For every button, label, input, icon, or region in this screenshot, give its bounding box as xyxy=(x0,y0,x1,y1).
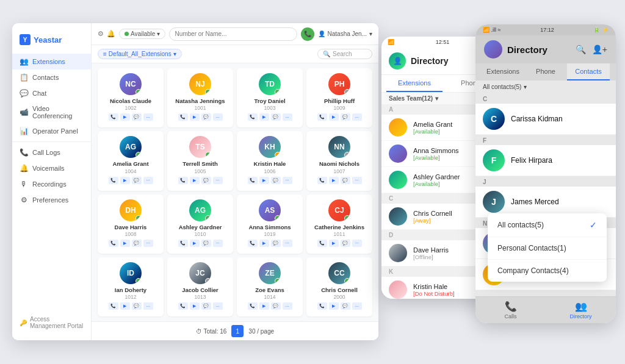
chat-action[interactable]: 💬 xyxy=(132,177,142,184)
filter-badge[interactable]: ≡ Default_All_Extensions ▾ xyxy=(98,49,182,59)
chat-action[interactable]: 💬 xyxy=(201,240,211,247)
page-button[interactable]: 1 xyxy=(231,325,244,337)
chat-action[interactable]: 💬 xyxy=(132,113,142,121)
video-action[interactable]: ▶ xyxy=(120,177,130,184)
video-action[interactable]: ▶ xyxy=(190,302,200,310)
chat-action[interactable]: 💬 xyxy=(271,240,281,247)
more-action[interactable]: ··· xyxy=(283,302,292,310)
more-action[interactable]: ··· xyxy=(213,302,223,310)
chat-action[interactable]: 💬 xyxy=(201,177,211,184)
video-action[interactable]: ▶ xyxy=(259,240,269,247)
chat-action[interactable]: 💬 xyxy=(341,113,350,121)
notification-icon[interactable]: 🔔 xyxy=(107,30,115,38)
call-action[interactable]: 📞 xyxy=(178,177,188,184)
more-action[interactable]: ··· xyxy=(143,240,153,247)
add-contact-icon[interactable]: 👤+ xyxy=(592,45,607,54)
more-action[interactable]: ··· xyxy=(143,113,153,121)
video-action[interactable]: ▶ xyxy=(329,177,339,184)
chat-action[interactable]: 💬 xyxy=(271,113,281,121)
more-action[interactable]: ··· xyxy=(352,240,362,247)
more-action[interactable]: ··· xyxy=(352,113,362,121)
call-button[interactable]: 📞 xyxy=(301,27,314,41)
more-action[interactable]: ··· xyxy=(352,177,362,184)
phone2-tab-phone[interactable]: Phone xyxy=(524,63,567,80)
sidebar-item-extensions[interactable]: 👥 Extensions xyxy=(12,54,91,70)
video-action[interactable]: ▶ xyxy=(190,177,200,184)
phone2-nav-directory[interactable]: 👥 Directory xyxy=(546,301,616,319)
chat-action[interactable]: 💬 xyxy=(341,177,350,184)
call-action[interactable]: 📞 xyxy=(109,302,118,310)
chat-action[interactable]: 💬 xyxy=(201,113,211,121)
call-action[interactable]: 📞 xyxy=(178,302,188,310)
call-action[interactable]: 📞 xyxy=(317,302,327,310)
chat-action[interactable]: 💬 xyxy=(341,302,350,310)
call-action[interactable]: 📞 xyxy=(178,113,188,121)
call-action[interactable]: 📞 xyxy=(317,177,327,184)
chat-action[interactable]: 💬 xyxy=(341,240,350,247)
video-action[interactable]: ▶ xyxy=(190,240,200,247)
phone2-avatar xyxy=(484,40,502,59)
more-action[interactable]: ··· xyxy=(283,113,292,121)
chat-action[interactable]: 💬 xyxy=(271,302,281,310)
status-badge[interactable]: Available ▾ xyxy=(119,29,165,39)
video-action[interactable]: ▶ xyxy=(120,113,130,121)
phone2-filter-row[interactable]: All contacts(5) ▾ xyxy=(475,80,616,93)
more-action[interactable]: ··· xyxy=(213,177,223,184)
sidebar-item-recordings[interactable]: 🎙 Recordings xyxy=(12,176,91,192)
more-action[interactable]: ··· xyxy=(213,113,223,121)
sidebar-item-contacts[interactable]: 📋 Contacts xyxy=(12,70,91,85)
chat-action[interactable]: 💬 xyxy=(201,302,211,310)
more-action[interactable]: ··· xyxy=(213,240,223,247)
more-action[interactable]: ··· xyxy=(143,177,153,184)
phone2-tab-extensions[interactable]: Extensions xyxy=(482,63,524,80)
dropdown-company-contacts[interactable]: Company Contacts(4) xyxy=(488,260,607,282)
sidebar-item-voicemails[interactable]: 🔔 Voicemails xyxy=(12,160,91,176)
call-action[interactable]: 📞 xyxy=(317,113,327,121)
call-action[interactable]: 📞 xyxy=(109,177,118,184)
sidebar-item-preferences[interactable]: ⚙ Preferences xyxy=(12,192,91,208)
chat-action[interactable]: 💬 xyxy=(271,177,281,184)
access-management-link[interactable]: 🔑 Access Management Portal xyxy=(12,311,91,334)
sidebar-item-chat[interactable]: 💬 Chat xyxy=(12,85,91,101)
dropdown-personal-contacts[interactable]: Personal Contacts(1) xyxy=(488,237,607,260)
contacts-dropdown: All contacts(5) ✓ Personal Contacts(1) C… xyxy=(488,213,607,282)
video-action[interactable]: ▶ xyxy=(329,302,339,310)
video-action[interactable]: ▶ xyxy=(259,113,269,121)
sidebar-item-operator[interactable]: 📊 Operator Panel xyxy=(12,123,91,139)
video-action[interactable]: ▶ xyxy=(190,113,200,121)
phone1-tab-extensions[interactable]: Extensions xyxy=(386,75,443,92)
video-action[interactable]: ▶ xyxy=(329,240,339,247)
more-action[interactable]: ··· xyxy=(352,302,362,310)
settings-icon[interactable]: ⚙ xyxy=(98,30,104,38)
more-action[interactable]: ··· xyxy=(283,177,292,184)
call-action[interactable]: 📞 xyxy=(317,240,327,247)
call-action[interactable]: 📞 xyxy=(109,240,118,247)
video-action[interactable]: ▶ xyxy=(259,302,269,310)
search-box[interactable]: 🔍 Search xyxy=(317,49,372,59)
phone2-tab-contacts[interactable]: Contacts xyxy=(567,63,610,80)
contact-actions: 📞 ▶ 💬 ··· xyxy=(248,113,292,121)
video-action[interactable]: ▶ xyxy=(259,177,269,184)
video-action[interactable]: ▶ xyxy=(329,113,339,121)
chat-action[interactable]: 💬 xyxy=(132,240,142,247)
phone2-nav-calls[interactable]: 📞 Calls xyxy=(475,301,546,319)
search-icon[interactable]: 🔍 xyxy=(576,45,586,54)
video-action[interactable]: ▶ xyxy=(120,240,130,247)
phone2-contact-felix[interactable]: F Felix Hirpara xyxy=(475,145,616,176)
dropdown-all-contacts[interactable]: All contacts(5) ✓ xyxy=(488,213,607,237)
sidebar-item-calllogs[interactable]: 📞 Call Logs xyxy=(12,145,91,160)
contact-avatar xyxy=(389,280,407,299)
call-action[interactable]: 📞 xyxy=(248,177,258,184)
call-action[interactable]: 📞 xyxy=(109,113,118,121)
sidebar-item-video[interactable]: 📹 Video Conferencing xyxy=(12,101,91,123)
call-action[interactable]: 📞 xyxy=(248,240,258,247)
chat-action[interactable]: 💬 xyxy=(132,302,142,310)
number-input[interactable] xyxy=(169,27,297,41)
phone2-contact-carissa[interactable]: C Carissa Kidman xyxy=(475,104,616,135)
call-action[interactable]: 📞 xyxy=(248,113,258,121)
more-action[interactable]: ··· xyxy=(283,240,292,247)
call-action[interactable]: 📞 xyxy=(248,302,258,310)
more-action[interactable]: ··· xyxy=(143,302,153,310)
video-action[interactable]: ▶ xyxy=(120,302,130,310)
call-action[interactable]: 📞 xyxy=(178,240,188,247)
